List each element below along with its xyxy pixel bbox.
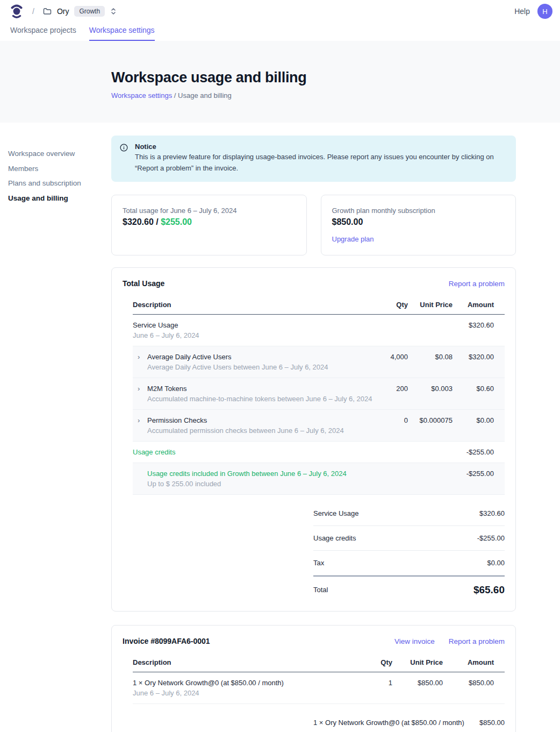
col-qty: Qty [362, 658, 392, 666]
summary-label: Total [313, 586, 328, 594]
row-subtitle: June 6 – July 6, 2024 [133, 331, 376, 339]
summary-value: $320.60 [479, 509, 505, 517]
workspace-name[interactable]: Ory [57, 7, 69, 16]
breadcrumb-link-workspace-settings[interactable]: Workspace settings [111, 91, 172, 100]
col-amount: Amount [453, 301, 505, 309]
row-title: Average Daily Active Users [147, 353, 328, 361]
summary-row-total: Total $65.60 [313, 575, 505, 600]
usage-credit-amount: $255.00 [161, 217, 192, 226]
invoice-table-header: Description Qty Unit Price Amount [133, 655, 505, 672]
ory-logo-icon[interactable] [11, 3, 23, 19]
usage-table: Description Qty Unit Price Amount Servic… [133, 297, 505, 495]
row-qty: 200 [376, 385, 408, 393]
breadcrumb-current: / Usage and billing [172, 91, 232, 100]
summary-label: Usage credits [313, 534, 356, 542]
page-title: Workspace usage and billing [111, 69, 560, 86]
expand-chevron-icon[interactable]: › [133, 385, 147, 403]
summary-row-plan: 1 × Ory Network Growth@0 (at $850.00 / m… [313, 710, 505, 732]
col-qty: Qty [376, 301, 408, 309]
usage-summary: Service Usage $320.60 Usage credits -$25… [313, 501, 505, 600]
info-icon [120, 144, 128, 152]
sidebar-item-workspace-overview[interactable]: Workspace overview [8, 150, 99, 158]
row-subtitle: Accumulated machine-to-machine tokens be… [147, 395, 372, 403]
view-invoice-link[interactable]: View invoice [394, 637, 435, 645]
row-title: Usage credits [133, 448, 376, 456]
workspace-tabs: Workspace projects Workspace settings [0, 23, 560, 41]
user-avatar[interactable]: H [537, 4, 552, 19]
row-subtitle: Average Daily Active Users between June … [147, 363, 328, 371]
row-qty: 4,000 [376, 353, 408, 361]
row-subtitle: Accumulated permission checks between Ju… [147, 427, 344, 435]
report-problem-link[interactable]: Report a problem [449, 637, 505, 645]
row-unit-price: $0.08 [408, 353, 453, 361]
notice-title: Notice [135, 143, 506, 151]
row-amount: $0.60 [453, 385, 505, 393]
subscription-card: Growth plan monthly subscription $850.00… [321, 195, 516, 255]
folder-icon [43, 7, 52, 16]
row-unit-price: $0.000075 [408, 416, 453, 424]
row-unit-price: $850.00 [392, 679, 443, 687]
row-title: Usage credits included in Growth between… [147, 470, 376, 478]
col-description: Description [133, 301, 376, 309]
row-title: Service Usage [133, 321, 376, 329]
row-amount: -$255.00 [453, 470, 505, 478]
sidebar-item-members[interactable]: Members [8, 165, 99, 173]
row-amount: -$255.00 [453, 448, 505, 456]
subscription-label: Growth plan monthly subscription [332, 207, 505, 215]
tab-workspace-projects[interactable]: Workspace projects [10, 26, 76, 41]
preview-notice: Notice This is a preview feature for dis… [111, 136, 516, 182]
sidebar-item-plans-and-subscription[interactable]: Plans and subscription [8, 179, 99, 187]
report-problem-link[interactable]: Report a problem [449, 280, 505, 288]
breadcrumb: Workspace settings / Usage and billing [111, 91, 560, 100]
usage-amount: $320.60 / [123, 217, 161, 226]
summary-row-tax: Tax $0.00 [313, 551, 505, 575]
total-usage-panel: Total Usage Report a problem Description… [111, 267, 516, 612]
row-amount: $850.00 [443, 679, 505, 687]
table-row-m2m-tokens: › M2M Tokens Accumulated machine-to-mach… [133, 378, 505, 410]
summary-row-service-usage: Service Usage $320.60 [313, 501, 505, 526]
subscription-value: $850.00 [332, 217, 505, 227]
workspace-switcher-icon[interactable] [110, 8, 117, 15]
summary-total-value: $65.60 [473, 584, 505, 596]
row-title: Permission Checks [147, 416, 344, 424]
row-subtitle: Up to $ 255.00 included [147, 480, 376, 488]
total-usage-value: $320.60 / $255.00 [123, 217, 296, 227]
col-unit-price: Unit Price [392, 658, 443, 666]
row-title: M2M Tokens [147, 385, 372, 393]
usage-panel-title: Total Usage [123, 279, 164, 288]
summary-value: -$255.00 [477, 534, 505, 542]
table-row-usage-credits: Usage credits -$255.00 [133, 442, 505, 463]
invoice-title: Invoice #8099AFA6-0001 [123, 637, 210, 645]
table-row-growth-plan: 1 × Ory Network Growth@0 (at $850.00 / m… [133, 672, 505, 704]
summary-label: Tax [313, 559, 324, 567]
usage-table-header: Description Qty Unit Price Amount [133, 297, 505, 315]
expand-chevron-icon[interactable]: › [133, 416, 147, 435]
notice-body: This is a preview feature for displaying… [135, 152, 506, 174]
table-row-usage-credits-detail: Usage credits included in Growth between… [133, 463, 505, 495]
invoice-summary: 1 × Ory Network Growth@0 (at $850.00 / m… [313, 710, 505, 732]
invoice-panel: Invoice #8099AFA6-0001 View invoice Repo… [111, 625, 516, 732]
sidebar-item-usage-and-billing[interactable]: Usage and billing [8, 194, 99, 202]
top-bar: / Ory Growth Help H [0, 0, 560, 23]
col-unit-price: Unit Price [408, 301, 453, 309]
row-qty: 0 [376, 416, 408, 424]
table-row-service-usage: Service Usage June 6 – July 6, 2024 $320… [133, 315, 505, 346]
summary-value: $850.00 [479, 719, 505, 727]
summary-value: $0.00 [487, 559, 505, 567]
col-amount: Amount [443, 658, 505, 666]
upgrade-plan-link[interactable]: Upgrade plan [332, 235, 374, 243]
row-amount: $320.60 [453, 321, 505, 329]
help-link[interactable]: Help [514, 7, 530, 16]
plan-badge: Growth [74, 6, 105, 17]
page-header: Workspace usage and billing Workspace se… [0, 41, 560, 123]
row-title: 1 × Ory Network Growth@0 (at $850.00 / m… [133, 679, 362, 687]
expand-chevron-icon[interactable]: › [133, 353, 147, 371]
settings-sidenav: Workspace overview Members Plans and sub… [8, 150, 99, 209]
col-description: Description [133, 658, 362, 666]
row-subtitle: June 6 – July 6, 2024 [133, 689, 362, 697]
row-qty: 1 [362, 679, 392, 687]
row-unit-price: $0.003 [408, 385, 453, 393]
tab-workspace-settings[interactable]: Workspace settings [89, 26, 155, 41]
invoice-table: Description Qty Unit Price Amount 1 × Or… [133, 655, 505, 704]
row-amount: $0.00 [453, 416, 505, 424]
